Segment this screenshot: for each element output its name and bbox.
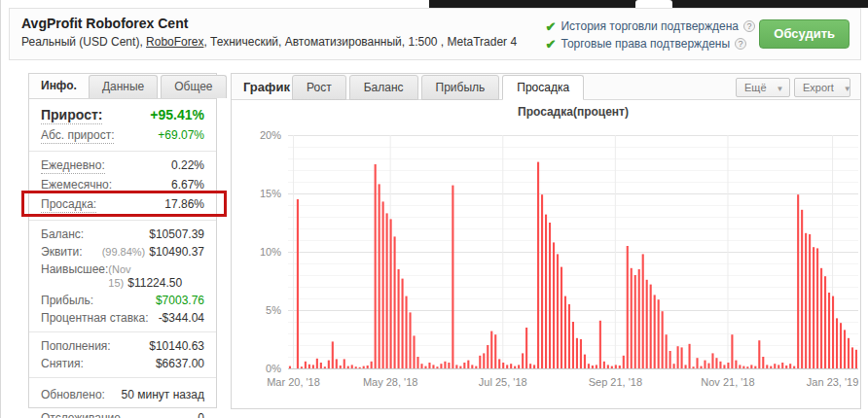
stat-daily-label: Ежедневно:	[41, 158, 105, 174]
page-title: AvgProfit Roboforex Cent	[21, 16, 188, 31]
divider	[29, 377, 216, 378]
stat-abs-gain-value: +69.07%	[158, 128, 204, 142]
stat-balance-value: $10507.39	[149, 227, 204, 241]
stat-highest-label: Наивысшее:	[41, 262, 108, 276]
verification-block: ✔ История торговли подтверждена ? ✔ Торг…	[546, 17, 755, 52]
checkmark-icon: ✔	[546, 19, 557, 34]
stat-updated-value: 50 минут назад	[122, 388, 204, 401]
stat-daily-value: 0.22%	[171, 158, 204, 172]
account-type-text: Реальный (USD Cent),	[21, 35, 146, 49]
stat-updated-label: Обновлено:	[41, 388, 105, 401]
tab-profit[interactable]: Прибыль	[421, 75, 500, 100]
stat-deposits-value: $10140.63	[149, 339, 204, 353]
stat-drawdown-value: 17.86%	[164, 197, 204, 211]
chevron-down-icon: ▼	[777, 85, 784, 93]
stat-interest: Процентная ставка: -$344.04	[29, 309, 216, 327]
svg-text:May 28, '18: May 28, '18	[363, 376, 418, 388]
stat-balance-label: Баланс:	[41, 227, 84, 241]
svg-text:Mar 20, '18: Mar 20, '18	[267, 376, 320, 388]
stat-equity-label: Эквити:	[41, 245, 83, 259]
stat-daily: Ежедневно: 0.22%	[29, 157, 216, 176]
stat-equity: Эквити: (99.84%)$10490.37	[29, 243, 216, 261]
svg-text:Jan 23, '19: Jan 23, '19	[807, 376, 858, 388]
window-edge	[429, 0, 868, 8]
info-sidebar: Инфо. Данные Общее Прирост: +95.41% Абс.…	[28, 73, 217, 408]
broker-link[interactable]: RoboForex	[146, 35, 203, 49]
stat-tracking-value: 0	[198, 411, 204, 418]
more-button[interactable]: Ещё▼	[736, 78, 790, 97]
stat-monthly: Ежемесячно: 6.67%	[29, 176, 216, 195]
stat-drawdown: Просадка: 17.86%	[29, 195, 216, 215]
stat-gain: Прирост: +95.41%	[29, 105, 216, 126]
svg-text:5%: 5%	[266, 304, 281, 316]
svg-text:20%: 20%	[260, 129, 281, 141]
svg-text:Sep 21, '18: Sep 21, '18	[589, 376, 642, 388]
stat-deposits: Пополнения: $10140.63	[29, 337, 216, 355]
account-header: AvgProfit Roboforex Cent Реальный (USD C…	[9, 8, 861, 60]
stat-withdrawals-value: $6637.00	[156, 357, 204, 370]
tab-info[interactable]: Инфо.	[29, 74, 89, 98]
stat-highest: Наивысшее: (Nov 15)$11224.50	[29, 261, 216, 292]
verification-row: ✔ Торговые права подтверждены ?	[546, 35, 755, 52]
verification-row: ✔ История торговли подтверждена ?	[546, 17, 755, 35]
help-icon[interactable]: ?	[735, 38, 746, 50]
verification-label: История торговли подтверждена	[561, 19, 739, 33]
tab-data[interactable]: Данные	[89, 75, 158, 98]
svg-text:Просадка(процент): Просадка(процент)	[518, 105, 629, 119]
stat-highest-value: (Nov 15)$11224.50	[108, 262, 204, 290]
stat-balance: Баланс: $10507.39	[29, 226, 216, 243]
stat-monthly-label: Ежемесячно:	[41, 178, 112, 193]
svg-text:10%: 10%	[260, 246, 281, 258]
export-button[interactable]: Export▼	[794, 78, 850, 97]
divider	[29, 220, 216, 221]
stat-gain-label: Прирост:	[41, 107, 102, 124]
divider	[29, 331, 216, 332]
account-meta-text: , Технический, Автоматизированный, 1:500…	[203, 35, 517, 49]
stat-profit: Прибыль: $7003.76	[29, 292, 216, 309]
checkmark-icon: ✔	[546, 37, 557, 52]
svg-text:0%: 0%	[266, 363, 281, 374]
drawdown-chart: 0%5%10%15%20%Mar 20, '18May 28, '18Jul 2…	[232, 100, 860, 409]
stat-interest-label: Процентная ставка:	[41, 311, 149, 325]
stat-interest-value: -$344.04	[159, 311, 204, 325]
chart-section-label: График	[243, 80, 290, 94]
tab-drawdown[interactable]: Просадка	[502, 75, 584, 100]
svg-text:15%: 15%	[260, 188, 281, 199]
svg-text:Nov 21, '18: Nov 21, '18	[701, 376, 754, 388]
stat-profit-label: Прибыль:	[41, 294, 93, 307]
stat-equity-percent: (99.84%)	[102, 246, 146, 258]
chart-panel: График Рост Баланс Прибыль Просадка Ещё▼…	[231, 73, 861, 409]
stat-withdrawals-label: Снятия:	[41, 357, 84, 370]
chevron-down-icon: ▼	[844, 85, 851, 93]
stat-tracking: Отслеживание 0	[29, 406, 216, 418]
discuss-button[interactable]: Обсудить	[759, 19, 850, 49]
stat-abs-gain: Абс. прирост: +69.07%	[29, 126, 216, 146]
stat-tracking-label: Отслеживание	[41, 411, 121, 418]
divider	[29, 151, 216, 152]
tab-growth[interactable]: Рост	[292, 75, 346, 100]
verification-label: Торговые права подтверждены	[561, 37, 730, 51]
stat-withdrawals: Снятия: $6637.00	[29, 355, 216, 372]
chart-header: График Рост Баланс Прибыль Просадка Ещё▼…	[232, 74, 860, 100]
sidebar-tabs: Инфо. Данные Общее	[29, 74, 216, 99]
stat-gain-value: +95.41%	[150, 107, 204, 122]
tab-general[interactable]: Общее	[161, 75, 226, 98]
tab-balance[interactable]: Баланс	[349, 75, 418, 100]
account-subtitle: Реальный (USD Cent), RoboForex, Техничес…	[21, 35, 517, 49]
stat-abs-gain-label: Абс. прирост:	[41, 128, 114, 144]
svg-text:Jul 25, '18: Jul 25, '18	[479, 376, 527, 388]
chart-tabs: Рост Баланс Прибыль Просадка	[292, 75, 587, 100]
help-icon[interactable]: ?	[743, 20, 755, 32]
stat-equity-value: (99.84%)$10490.37	[102, 245, 204, 259]
stat-monthly-value: 6.67%	[171, 178, 204, 192]
sidebar-stats: Прирост: +95.41% Абс. прирост: +69.07% Е…	[29, 99, 216, 418]
window-edge-notch	[635, 0, 672, 8]
stat-drawdown-label: Просадка:	[41, 197, 96, 213]
stat-updated: Обновлено: 50 минут назад	[29, 383, 216, 406]
stat-profit-value: $7003.76	[156, 294, 204, 307]
stat-deposits-label: Пополнения:	[41, 339, 111, 353]
